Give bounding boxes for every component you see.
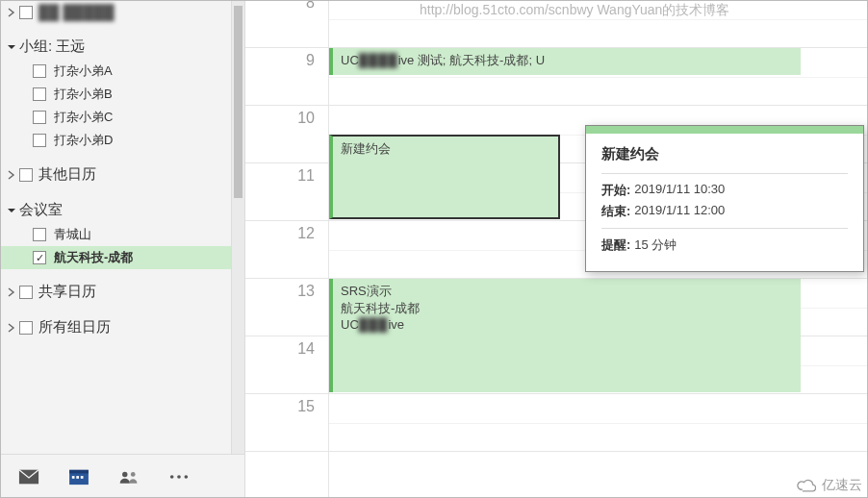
group-title: 小组: 王远 [19, 37, 85, 56]
halfhour-gridline [329, 423, 868, 424]
calendar-event-selected[interactable]: 新建约会 [329, 135, 560, 219]
popup-start-value: 2019/1/11 10:30 [634, 182, 725, 199]
calendar-label: 打杂小弟D [54, 132, 113, 149]
group-title: 所有组日历 [38, 318, 111, 336]
calendar-icon[interactable] [54, 458, 104, 496]
halfhour-gridline [329, 19, 868, 20]
time-label: 10 [245, 106, 328, 163]
popup-title: 新建约会 [601, 145, 848, 163]
calendar-group-header[interactable]: 所有组日历 [0, 314, 244, 340]
chevron-right-icon [6, 322, 17, 334]
popup-reminder-label: 提醒: [601, 237, 630, 254]
time-label: 11 [245, 163, 328, 221]
chevron-down-icon [6, 41, 17, 53]
group-checkbox[interactable] [19, 286, 33, 299]
halfhour-gridline [329, 77, 868, 78]
svg-point-8 [170, 475, 174, 479]
time-gutter: 89101112131415 [245, 0, 328, 498]
group-title: ██ █████ [38, 4, 115, 20]
calendar-label: 青城山 [54, 226, 91, 243]
calendar-group-header[interactable]: 其他日历 [0, 162, 244, 187]
group-checkbox[interactable] [19, 6, 33, 19]
calendar-checkbox[interactable] [33, 111, 46, 124]
popup-end-label: 结束: [601, 203, 630, 220]
time-label: 15 [245, 394, 328, 452]
time-label: 8 [245, 0, 328, 48]
popup-reminder-value: 15 分钟 [634, 237, 677, 254]
calendar-label: 打杂小弟A [54, 62, 113, 80]
popup-end-value: 2019/1/11 12:00 [634, 203, 725, 220]
svg-rect-3 [72, 476, 75, 479]
group-title: 其他日历 [38, 165, 96, 184]
svg-point-9 [177, 475, 181, 479]
calendar-group-header[interactable]: 共享日历 [0, 279, 244, 305]
chevron-right-icon [6, 169, 17, 181]
chevron-right-icon [6, 286, 17, 298]
calendar-checkbox[interactable] [33, 251, 46, 264]
svg-point-7 [131, 472, 136, 477]
sidebar-scroll-thumb[interactable] [234, 6, 243, 198]
calendar-item-selected[interactable]: 航天科技-成都 [0, 246, 244, 269]
popup-accent-bar [586, 126, 863, 134]
mail-icon[interactable] [4, 458, 54, 496]
people-icon[interactable] [104, 458, 154, 496]
sidebar-scrollbar[interactable] [231, 0, 244, 454]
calendar-group-header[interactable]: 会议室 [0, 197, 244, 223]
calendar-group-header[interactable]: ██ █████ [0, 0, 244, 24]
svg-point-10 [185, 475, 189, 479]
time-label: 9 [245, 48, 328, 106]
nav-bottom-bar [0, 454, 244, 498]
svg-rect-2 [69, 469, 89, 473]
event-details-popup: 新建约会 开始: 2019/1/11 10:30 结束: 2019/1/11 1… [585, 125, 864, 272]
group-title: 共享日历 [38, 283, 96, 301]
popup-start-label: 开始: [601, 182, 630, 199]
calendar-item[interactable]: 打杂小弟D [0, 129, 244, 152]
calendar-checkbox[interactable] [33, 134, 46, 147]
time-label: 12 [245, 221, 328, 279]
chevron-down-icon [6, 205, 17, 216]
calendar-label: 打杂小弟B [54, 86, 113, 103]
group-title: 会议室 [19, 201, 63, 219]
hour-gridline [329, 0, 868, 48]
calendar-group-header[interactable]: 小组: 王远 [0, 34, 244, 60]
more-icon[interactable] [154, 458, 204, 496]
calendar-item[interactable]: 打杂小弟B [0, 83, 244, 106]
calendar-day-view: 89101112131415 UC████ive 测试; 航天科技-成都; U新… [245, 0, 868, 498]
sidebar: ██ █████ 小组: 王远 打杂小弟A 打杂小弟B 打杂小弟C [0, 0, 245, 498]
svg-point-6 [122, 471, 127, 476]
time-label: 13 [245, 279, 328, 336]
calendar-item[interactable]: 打杂小弟A [0, 60, 244, 83]
group-checkbox[interactable] [19, 321, 33, 335]
calendar-event[interactable]: UC████ive 测试; 航天科技-成都; U [329, 48, 801, 75]
calendar-label: 打杂小弟C [54, 109, 113, 126]
svg-rect-4 [76, 476, 79, 479]
calendar-label: 航天科技-成都 [54, 249, 133, 266]
calendar-item[interactable]: 青城山 [0, 223, 244, 246]
calendar-item[interactable]: 打杂小弟C [0, 106, 244, 129]
calendar-checkbox[interactable] [33, 228, 46, 241]
group-checkbox[interactable] [19, 168, 33, 182]
calendar-event[interactable]: SRS演示航天科技-成都UC███ive [329, 279, 801, 392]
calendar-checkbox[interactable] [33, 64, 46, 78]
time-label: 14 [245, 336, 328, 394]
chevron-right-icon [6, 7, 17, 18]
svg-rect-5 [81, 476, 84, 479]
calendar-checkbox[interactable] [33, 87, 46, 101]
